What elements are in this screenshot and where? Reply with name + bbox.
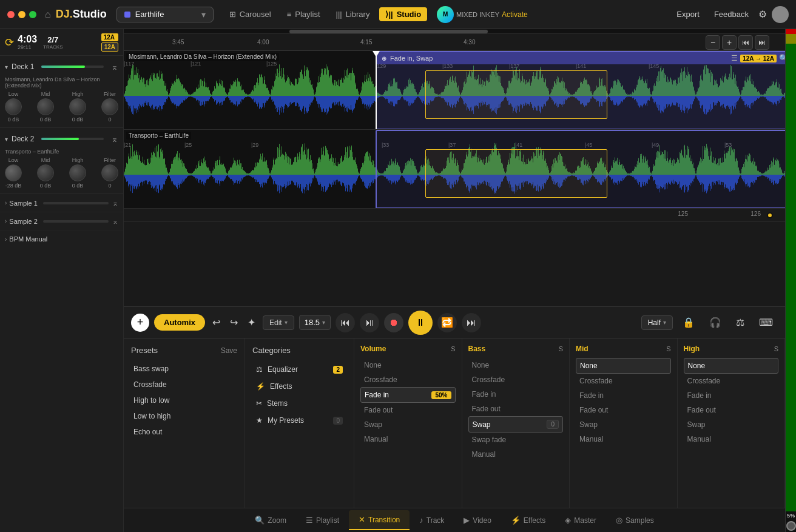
volume-s-button[interactable]: S <box>451 345 455 352</box>
mid-fade-in[interactable]: Fade in <box>576 388 671 403</box>
tab-transition[interactable]: ✕ Transition <box>349 510 410 530</box>
half-speed-dropdown[interactable]: Half ▾ <box>641 315 673 330</box>
project-selector[interactable]: Earthlife ▾ <box>116 7 214 22</box>
split-button[interactable]: ⚖ <box>731 314 749 331</box>
sample2-expand-button[interactable]: › <box>5 218 7 224</box>
save-preset-button[interactable]: Save <box>221 346 237 355</box>
activate-button[interactable]: Activate <box>502 10 528 19</box>
tab-master[interactable]: ◈ Master <box>555 511 606 530</box>
user-avatar[interactable] <box>772 6 789 23</box>
headphone-monitor-button[interactable]: 🎧 <box>704 314 726 331</box>
zoom-out-button[interactable]: − <box>706 35 720 50</box>
vu-knob[interactable] <box>786 521 796 531</box>
bass-swap-fade[interactable]: Swap fade <box>468 433 564 447</box>
sample1-headphone-button[interactable]: ⌅ <box>112 199 118 207</box>
high-fade-out[interactable]: Fade out <box>684 403 779 417</box>
sample2-volume-slider[interactable] <box>43 220 109 223</box>
deck1-high-knob[interactable] <box>69 98 86 115</box>
bass-s-button[interactable]: S <box>559 345 563 352</box>
sample1-expand-button[interactable]: › <box>5 200 7 206</box>
sample2-headphone-button[interactable]: ⌅ <box>112 217 118 226</box>
redo-button[interactable]: ↪ <box>228 314 240 331</box>
deck2-waveform-track[interactable]: Transporto – EarthLife |21 |25 |29 |33 |… <box>124 130 785 209</box>
skip-forward-button[interactable]: ⏭ <box>755 35 769 50</box>
record-button[interactable]: ⏺ <box>384 313 403 332</box>
tab-zoom[interactable]: 🔍 Zoom <box>245 511 296 530</box>
edit-dropdown[interactable]: Edit ▾ <box>263 315 294 330</box>
playlist-nav-btn[interactable]: ≡ Playlist <box>281 7 326 21</box>
keyboard-button[interactable]: ⌨ <box>754 314 778 331</box>
close-window-btn[interactable] <box>7 11 15 18</box>
high-swap[interactable]: Swap <box>684 417 779 432</box>
sample1-volume-slider[interactable] <box>43 202 109 204</box>
transition-overlay-deck1[interactable]: ⊕ Fade in, Swap ☰ 12A → 12A 🔍 <box>376 51 785 130</box>
preset-bass-swap[interactable]: Bass swap <box>131 361 237 377</box>
deck2-volume-slider[interactable] <box>41 138 104 140</box>
bpm-expand-button[interactable]: › <box>5 236 7 243</box>
deck1-mid-knob[interactable] <box>37 98 54 115</box>
high-fade-in[interactable]: Fade in <box>684 388 779 403</box>
cue-button[interactable]: ⏯ <box>360 313 379 332</box>
minimize-window-btn[interactable] <box>18 11 25 18</box>
home-button[interactable]: ⌂ <box>45 9 51 20</box>
carousel-nav-btn[interactable]: ⊞ Carousel <box>223 7 277 21</box>
mid-fade-out[interactable]: Fade out <box>576 403 671 417</box>
volume-crossfade[interactable]: Crossfade <box>360 372 456 387</box>
bass-manual[interactable]: Manual <box>468 447 564 462</box>
volume-none[interactable]: None <box>360 358 456 372</box>
tab-effects[interactable]: ⚡ Effects <box>501 511 555 530</box>
add-track-button[interactable]: + <box>131 314 149 332</box>
deck2-headphone-button[interactable]: ⌅ <box>111 134 118 144</box>
high-crossfade[interactable]: Crossfade <box>684 374 779 388</box>
automix-button[interactable]: Automix <box>154 314 205 331</box>
preset-echo-out[interactable]: Echo out <box>131 424 237 440</box>
volume-fade-out[interactable]: Fade out <box>360 403 456 417</box>
high-manual[interactable]: Manual <box>684 432 779 446</box>
volume-fade-in[interactable]: Fade in 50% <box>360 387 456 403</box>
preset-crossfade[interactable]: Crossfade <box>131 377 237 392</box>
skip-end-button[interactable]: ⏭ <box>462 313 481 332</box>
mid-manual[interactable]: Manual <box>576 432 671 446</box>
lock-button[interactable]: 🔒 <box>678 314 700 331</box>
settings-button[interactable]: ⚙ <box>758 8 767 20</box>
high-s-button[interactable]: S <box>774 345 778 352</box>
mid-s-button[interactable]: S <box>666 345 670 352</box>
bass-crossfade[interactable]: Crossfade <box>468 372 564 387</box>
bass-fade-in[interactable]: Fade in <box>468 387 564 402</box>
deck1-waveform-track[interactable]: Mosimann, Leandro Da Silva – Horizon (Ex… <box>124 51 785 130</box>
cat-my-presets[interactable]: ★ My Presets 0 <box>252 412 346 429</box>
deck2-high-knob[interactable] <box>69 164 86 181</box>
snap-button[interactable]: ✦ <box>245 314 258 331</box>
transition-overlay-deck2[interactable] <box>376 130 785 209</box>
tab-video[interactable]: ▶ Video <box>454 511 501 530</box>
tab-track[interactable]: ♪ Track <box>410 511 454 530</box>
cat-stems[interactable]: ✂ Stems <box>252 395 346 412</box>
timeline-scrollbar[interactable] <box>124 29 785 34</box>
pause-button[interactable]: ⏸ <box>408 311 433 335</box>
undo-button[interactable]: ↩ <box>210 314 223 331</box>
deck1-expand[interactable]: ▾ <box>5 64 8 70</box>
deck2-mid-knob[interactable] <box>37 164 54 181</box>
skip-start-button[interactable]: ⏮ <box>336 313 355 332</box>
high-none[interactable]: None <box>684 358 779 374</box>
mid-none[interactable]: None <box>576 358 671 374</box>
maximize-window-btn[interactable] <box>29 11 36 18</box>
mid-swap[interactable]: Swap <box>576 417 671 432</box>
deck1-headphone-button[interactable]: ⌅ <box>111 62 118 72</box>
skip-back-button[interactable]: ⏮ <box>738 35 753 50</box>
deck2-filter-knob[interactable] <box>101 164 118 181</box>
deck2-expand[interactable]: ▾ <box>5 136 8 143</box>
preset-low-to-high[interactable]: Low to high <box>131 408 237 424</box>
bpm-dropdown[interactable]: 18.5 ▾ <box>299 315 331 330</box>
tab-samples[interactable]: ◎ Samples <box>606 511 664 530</box>
bass-swap[interactable]: Swap 0 <box>468 416 564 433</box>
cat-effects[interactable]: ⚡ Effects <box>252 378 346 395</box>
export-button[interactable]: Export <box>672 7 704 21</box>
cat-equalizer[interactable]: ⚖ Equalizer 2 <box>252 361 346 378</box>
loop-button[interactable]: 🔁 <box>437 313 457 332</box>
bass-fade-out[interactable]: Fade out <box>468 402 564 416</box>
bpm-node[interactable] <box>767 212 773 218</box>
deck1-volume-slider[interactable] <box>41 66 104 68</box>
deck1-filter-knob[interactable] <box>101 98 118 115</box>
library-nav-btn[interactable]: ||| Library <box>330 7 376 21</box>
